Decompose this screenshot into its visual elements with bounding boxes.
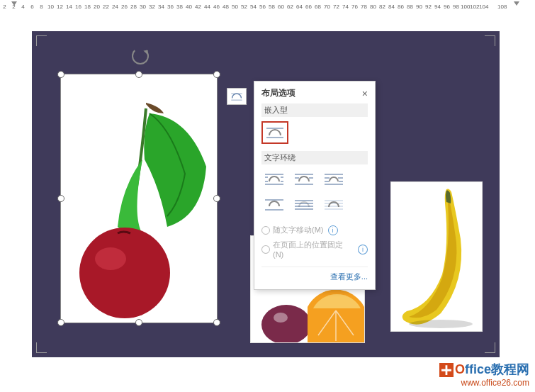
- horizontal-ruler: 2246810121416182022242628303234363840424…: [0, 0, 535, 13]
- watermark: Office教程网 www.office26.com: [439, 361, 529, 388]
- resize-handle-s[interactable]: [135, 319, 142, 326]
- document-page: 布局选项 × 嵌入型 文字环绕 随文字移动(M) i 在: [32, 31, 500, 357]
- resize-handle-nw[interactable]: [57, 71, 64, 78]
- see-more-link[interactable]: 查看更多...: [261, 267, 368, 282]
- close-icon[interactable]: ×: [362, 88, 368, 99]
- radio-fixed-position[interactable]: 在页面上的位置固定(N) i: [261, 237, 368, 261]
- radio-icon: [261, 226, 270, 235]
- svg-point-1: [95, 247, 126, 270]
- layout-options-icon: [230, 91, 243, 101]
- resize-handle-n[interactable]: [135, 71, 142, 78]
- svg-point-32: [261, 305, 311, 342]
- wrap-tight-option[interactable]: [291, 169, 317, 190]
- brand-o: O: [455, 362, 465, 376]
- crop-mark-br: [485, 342, 495, 353]
- wrap-behind-option[interactable]: [291, 194, 317, 215]
- wrap-front-option[interactable]: [321, 194, 347, 215]
- resize-handle-se[interactable]: [213, 319, 220, 326]
- section-wrap-label: 文字环绕: [261, 151, 368, 164]
- resize-handle-e[interactable]: [213, 195, 220, 202]
- crop-mark-bl: [36, 342, 47, 353]
- resize-handle-ne[interactable]: [213, 71, 220, 78]
- crop-mark-tr: [485, 35, 495, 46]
- ruler-indent-right[interactable]: [514, 1, 519, 6]
- ruler-indent-left[interactable]: [11, 1, 17, 6]
- layout-options-button[interactable]: [227, 88, 247, 105]
- resize-handle-sw[interactable]: [57, 319, 64, 326]
- wrap-through-option[interactable]: [321, 169, 347, 190]
- wrap-tight-icon: [294, 172, 314, 186]
- wrap-square-option[interactable]: [261, 169, 287, 190]
- info-icon[interactable]: i: [358, 245, 368, 254]
- radio-fixed-label: 在页面上的位置固定(N): [273, 240, 354, 259]
- brand-url: www.office26.com: [439, 378, 529, 388]
- layout-options-popup: 布局选项 × 嵌入型 文字环绕 随文字移动(M) i 在: [254, 81, 376, 290]
- crop-mark-tl: [36, 35, 47, 46]
- rotate-handle-icon[interactable]: [132, 47, 149, 65]
- wrap-topbottom-option[interactable]: [261, 194, 287, 215]
- svg-point-34: [409, 320, 473, 328]
- selected-image-cherry[interactable]: [60, 74, 218, 323]
- wrap-front-icon: [324, 198, 344, 212]
- wrap-inline-icon: [265, 125, 285, 140]
- popup-title: 布局选项: [261, 87, 295, 99]
- office-logo-icon: [439, 363, 454, 377]
- wrap-behind-icon: [294, 198, 314, 212]
- wrap-inline-option[interactable]: [261, 121, 288, 144]
- resize-handle-w[interactable]: [57, 195, 64, 202]
- radio-move-label: 随文字移动(M): [273, 225, 324, 235]
- brand-text: ffice教程网: [465, 362, 529, 376]
- image-banana[interactable]: [390, 181, 483, 332]
- radio-move-with-text[interactable]: 随文字移动(M) i: [261, 223, 368, 237]
- section-inline-label: 嵌入型: [261, 103, 368, 117]
- wrap-square-icon: [264, 172, 284, 186]
- radio-icon: [261, 245, 270, 254]
- info-icon[interactable]: i: [328, 225, 338, 235]
- svg-point-33: [274, 313, 288, 323]
- wrap-topbottom-icon: [264, 198, 284, 212]
- svg-point-0: [79, 228, 170, 318]
- cherry-illustration: [61, 74, 217, 323]
- wrap-through-icon: [324, 172, 344, 186]
- banana-illustration: [391, 182, 482, 331]
